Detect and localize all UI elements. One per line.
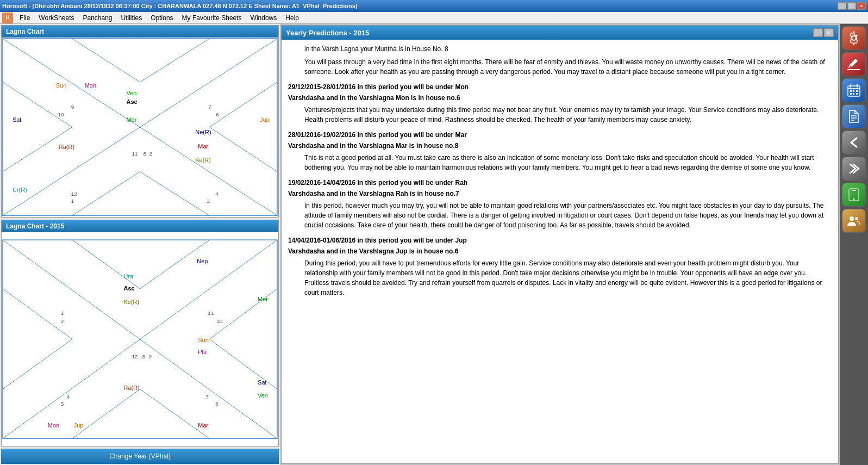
predictions-panel: Yearly Predictions - 2015 − + in the Var… xyxy=(281,25,839,464)
svg-text:Ura: Ura xyxy=(124,272,134,279)
svg-text:Nep: Nep xyxy=(197,258,208,264)
svg-rect-78 xyxy=(847,69,860,70)
svg-text:Sat: Sat xyxy=(13,116,21,123)
menu-windows[interactable]: Windows xyxy=(246,12,282,23)
svg-text:1: 1 xyxy=(61,309,64,315)
menu-utilities[interactable]: Utilities xyxy=(117,12,147,23)
svg-rect-84 xyxy=(853,90,854,92)
maximize-panel-button[interactable]: + xyxy=(824,28,834,37)
calendar-icon[interactable] xyxy=(842,78,866,102)
svg-text:Sun: Sun xyxy=(198,336,209,343)
svg-text:Plu: Plu xyxy=(198,348,207,355)
svg-text:Ne(R): Ne(R) xyxy=(195,129,211,135)
minimize-panel-button[interactable]: − xyxy=(813,28,823,37)
predictions-header: Yearly Predictions - 2015 − + xyxy=(282,26,838,40)
sub-header: Varshdasha and in the Varshlagna Jup is … xyxy=(288,246,832,256)
menu-options[interactable]: Options xyxy=(146,12,177,23)
svg-text:11: 11 xyxy=(208,309,214,315)
svg-text:3: 3 xyxy=(142,353,145,359)
lagna-chart-2015-area: Nep Ura Asc Ke(R) Mer Sun Plu Ra(R) Sat … xyxy=(2,232,278,446)
menu-panchang[interactable]: Panchang xyxy=(78,12,116,23)
svg-text:Jup: Jup xyxy=(260,116,270,123)
group-icon[interactable] xyxy=(842,209,866,233)
svg-text:Jup: Jup xyxy=(74,422,84,429)
sub-header: Varshdasha and in the Varshlagna Rah is … xyxy=(288,189,832,199)
svg-text:Sun: Sun xyxy=(56,82,67,89)
svg-text:5: 5 xyxy=(61,401,64,407)
svg-text:8: 8 xyxy=(215,401,218,407)
svg-text:10: 10 xyxy=(58,111,65,117)
svg-rect-83 xyxy=(850,90,852,92)
svg-text:7: 7 xyxy=(205,394,209,400)
predictions-title: Yearly Predictions - 2015 xyxy=(286,29,369,37)
back-icon[interactable] xyxy=(842,131,866,154)
svg-text:Asc: Asc xyxy=(124,284,135,291)
svg-text:Ra(R): Ra(R) xyxy=(59,144,74,150)
phone-icon[interactable] xyxy=(842,183,866,207)
date-header: 28/01/2016-19/02/2016 in this period you… xyxy=(288,130,832,140)
svg-text:12: 12 xyxy=(132,353,139,359)
title-bar: Horosoft - [Dhirubhi Ambani 28/12/1932 0… xyxy=(0,0,868,12)
svg-text:11: 11 xyxy=(132,151,139,157)
maximize-button[interactable]: □ xyxy=(847,2,856,10)
app-title: Horosoft - [Dhirubhi Ambani 28/12/1932 0… xyxy=(2,3,357,9)
settings-icon[interactable] xyxy=(842,26,866,50)
left-panel: Lagna Chart xyxy=(0,24,280,465)
svg-text:9: 9 xyxy=(71,104,74,110)
menu-file[interactable]: File xyxy=(15,12,34,23)
lagna-chart-2015-svg: Nep Ura Asc Ke(R) Mer Sun Plu Ra(R) Sat … xyxy=(2,232,278,446)
title-bar-controls[interactable]: _ □ × xyxy=(838,2,866,10)
svg-text:Ur(R): Ur(R) xyxy=(13,187,27,193)
svg-text:3: 3 xyxy=(207,198,210,204)
svg-text:9: 9 xyxy=(148,353,152,359)
svg-text:Mar: Mar xyxy=(198,143,208,150)
document-icon[interactable] xyxy=(842,104,866,128)
svg-rect-85 xyxy=(856,90,858,92)
menu-bar: H File WorkSheets Panchang Utilities Opt… xyxy=(0,12,868,24)
svg-text:6: 6 xyxy=(216,111,219,117)
date-header: 19/02/2016-14/04/2016 in this period you… xyxy=(288,178,832,188)
svg-text:Sat: Sat xyxy=(258,379,266,385)
svg-point-95 xyxy=(855,217,858,220)
lagna-chart-panel: Lagna Chart xyxy=(1,25,279,218)
lagna-chart-header: Lagna Chart xyxy=(2,26,278,38)
sub-header: Varshdasha and in the Varshlagna Mon is … xyxy=(288,93,832,103)
menu-favourite-sheets[interactable]: My Favourite Sheets xyxy=(178,12,246,23)
close-button[interactable]: × xyxy=(857,2,866,10)
sub-header: Varshdasha and in the Varshlagna Mar is … xyxy=(288,141,832,151)
svg-text:2: 2 xyxy=(61,318,64,324)
svg-text:4: 4 xyxy=(67,394,70,400)
minimize-button[interactable]: _ xyxy=(838,2,846,10)
svg-text:7: 7 xyxy=(208,104,211,110)
forward-icon[interactable] xyxy=(842,157,866,181)
sidebar xyxy=(840,24,868,465)
menu-worksheets[interactable]: WorkSheets xyxy=(34,12,78,23)
main-layout: Lagna Chart xyxy=(0,24,868,465)
svg-text:2: 2 xyxy=(149,151,152,157)
svg-text:1: 1 xyxy=(71,198,74,204)
svg-rect-87 xyxy=(853,93,854,95)
date-header: 14/04/2016-01/06/2016 in this period you… xyxy=(288,235,832,245)
svg-text:Ven: Ven xyxy=(258,392,268,398)
predictions-content[interactable]: in the Varsh Lagna your Muntha is in Hou… xyxy=(282,40,838,463)
menu-help[interactable]: Help xyxy=(281,12,303,23)
lagna-chart-2015-header: Lagna Chart - 2015 xyxy=(2,220,278,232)
svg-point-94 xyxy=(850,216,854,221)
change-year-button[interactable]: Change Year (VPhal) xyxy=(1,449,279,464)
date-header: 29/12/2015-28/01/2016 in this period you… xyxy=(288,82,832,92)
svg-text:Mar: Mar xyxy=(198,422,208,429)
svg-text:10: 10 xyxy=(216,318,223,324)
svg-text:Ven: Ven xyxy=(127,90,137,96)
svg-text:Mer: Mer xyxy=(258,295,268,302)
svg-rect-86 xyxy=(850,93,852,95)
svg-point-92 xyxy=(853,199,855,200)
lagna-chart-svg: Sun Mon Ven Asc Mer Sat Jup Ra(R) Ne(R) … xyxy=(2,38,278,217)
svg-text:12: 12 xyxy=(71,191,78,197)
lagna-chart-area: Sun Mon Ven Asc Mer Sat Jup Ra(R) Ne(R) … xyxy=(2,38,278,217)
header-controls[interactable]: − + xyxy=(813,28,834,37)
svg-text:Mon: Mon xyxy=(48,422,59,429)
svg-rect-88 xyxy=(856,93,858,95)
svg-text:8: 8 xyxy=(143,151,146,157)
edit-icon[interactable] xyxy=(842,52,866,76)
svg-text:Asc: Asc xyxy=(127,98,138,105)
